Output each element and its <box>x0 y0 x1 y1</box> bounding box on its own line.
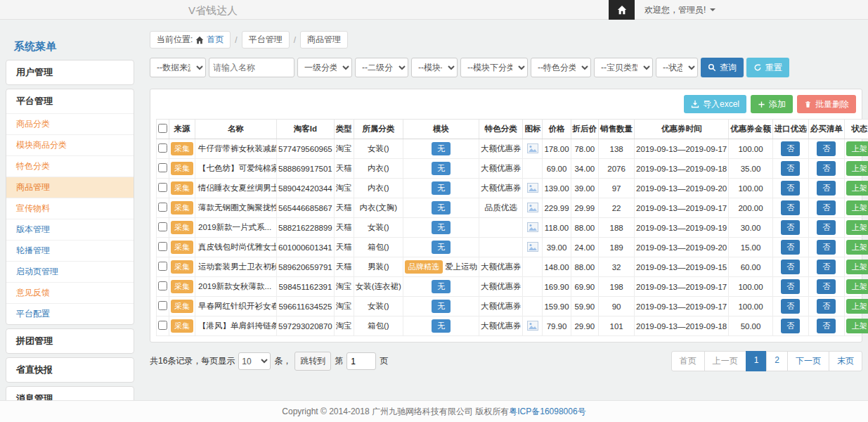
breadcrumb-home-link[interactable]: 首页 <box>207 34 224 46</box>
sidebar-item[interactable]: 省直快报 <box>6 358 134 382</box>
breadcrumb-prefix: 当前位置: <box>157 34 193 46</box>
feature-category-select[interactable]: --特色分类-- <box>531 58 591 77</box>
must-buy-toggle[interactable]: 否 <box>817 141 836 156</box>
source-badge: 采集 <box>171 319 193 333</box>
import-select-toggle[interactable]: 否 <box>781 181 800 196</box>
column-header: 状态 <box>844 120 868 139</box>
sidebar-subitem[interactable]: 宣传物料 <box>6 198 134 219</box>
status-toggle[interactable]: 上架 <box>846 200 868 215</box>
import-select-toggle[interactable]: 否 <box>781 279 800 294</box>
level1-category-select[interactable]: 一级分类 <box>297 58 352 77</box>
column-header: 价格 <box>543 120 571 139</box>
batch-delete-button[interactable]: 批量删除 <box>797 95 856 113</box>
must-buy-toggle[interactable]: 否 <box>817 299 836 314</box>
sidebar-subitem[interactable]: 启动页管理 <box>6 261 134 282</box>
sidebar-subitem[interactable]: 轮播管理 <box>6 240 134 261</box>
breadcrumb: 当前位置: 首页 / 平台管理 / 商品管理 <box>150 31 862 49</box>
goods-category: 内衣() <box>354 179 403 198</box>
status-toggle[interactable]: 上架 <box>846 279 868 294</box>
user-menu[interactable]: 欢迎您，管理员! <box>635 0 725 20</box>
must-buy-toggle[interactable]: 否 <box>817 319 836 333</box>
sidebar-subitem-active[interactable]: 商品管理 <box>6 177 134 198</box>
sidebar-subitem[interactable]: 模块商品分类 <box>6 134 134 155</box>
sidebar-item[interactable]: 用户管理 <box>6 60 134 84</box>
must-buy-toggle[interactable]: 否 <box>817 240 836 255</box>
module-sub-select[interactable]: --模块下分类-- <box>460 58 528 77</box>
jump-post-text: 页 <box>380 355 388 367</box>
row-checkbox[interactable] <box>158 143 167 153</box>
import-select-toggle[interactable]: 否 <box>781 260 800 274</box>
sales-count: 101 <box>599 316 635 336</box>
page-button[interactable]: 首页 <box>671 351 705 371</box>
sidebar-group: 省直快报 <box>6 357 134 383</box>
page-button[interactable]: 末页 <box>829 351 862 371</box>
must-buy-toggle[interactable]: 否 <box>817 161 836 176</box>
must-buy-toggle[interactable]: 否 <box>817 220 836 235</box>
search-button[interactable]: 查询 <box>701 58 744 77</box>
must-buy-toggle[interactable]: 否 <box>817 260 836 274</box>
sidebar-subitem[interactable]: 意见反馈 <box>6 282 134 303</box>
goods-type: 淘宝 <box>334 139 354 159</box>
row-checkbox[interactable] <box>158 242 167 251</box>
row-checkbox[interactable] <box>158 262 167 271</box>
per-page-select[interactable]: 10 <box>238 352 271 370</box>
icp-link[interactable]: 粤ICP备16098006号 <box>509 406 585 418</box>
name-input[interactable] <box>209 58 294 77</box>
status-toggle[interactable]: 上架 <box>846 260 868 274</box>
goods-image-icon <box>527 183 538 193</box>
page-button[interactable]: 上一页 <box>704 351 746 371</box>
item-type-select[interactable]: --宝贝类型-- <box>594 58 653 77</box>
import-select-toggle[interactable]: 否 <box>781 319 800 333</box>
import-select-toggle[interactable]: 否 <box>781 200 800 215</box>
page-button[interactable]: 下一页 <box>787 351 829 371</box>
page-button[interactable]: 1 <box>746 351 767 371</box>
import-select-toggle[interactable]: 否 <box>781 240 800 255</box>
import-excel-button[interactable]: 导入excel <box>684 95 746 113</box>
status-toggle[interactable]: 上架 <box>846 161 868 176</box>
taoke-id: 589042420344 <box>277 179 335 198</box>
import-select-toggle[interactable]: 否 <box>781 299 800 314</box>
module-select[interactable]: --模块-- <box>411 58 458 77</box>
search-icon <box>708 63 716 72</box>
coupon-amount: 100.00 <box>729 179 773 198</box>
row-checkbox[interactable] <box>158 281 167 290</box>
sidebar-subitem[interactable]: 平台配置 <box>6 303 134 324</box>
jump-page-input[interactable] <box>346 352 376 370</box>
row-checkbox[interactable] <box>158 321 167 330</box>
sidebar-item[interactable]: 拼团管理 <box>6 329 134 353</box>
data-source-select[interactable]: --数据来源-- <box>150 58 206 77</box>
status-toggle[interactable]: 上架 <box>846 240 868 255</box>
home-button[interactable] <box>609 0 635 20</box>
sidebar-item[interactable]: 平台管理 <box>6 89 134 113</box>
level2-category-select[interactable]: --二级分类-- <box>355 58 408 77</box>
row-checkbox[interactable] <box>158 183 167 192</box>
sidebar-subitem[interactable]: 版本管理 <box>6 219 134 240</box>
import-select-toggle[interactable]: 否 <box>781 220 800 235</box>
must-buy-toggle[interactable]: 否 <box>817 181 836 196</box>
row-checkbox[interactable] <box>158 222 167 231</box>
discount-price: 39.00 <box>571 179 599 198</box>
price: 79.90 <box>543 316 571 336</box>
row-checkbox[interactable] <box>158 163 167 172</box>
status-toggle[interactable]: 上架 <box>846 319 868 333</box>
status-toggle[interactable]: 上架 <box>846 299 868 314</box>
select-all-checkbox[interactable] <box>158 124 167 133</box>
status-toggle[interactable]: 上架 <box>846 181 868 196</box>
must-buy-toggle[interactable]: 否 <box>817 279 836 294</box>
must-buy-toggle[interactable]: 否 <box>817 200 836 215</box>
pager: 首页上一页12下一页末页 <box>671 351 862 371</box>
reset-button[interactable]: 重置 <box>746 58 789 77</box>
discount-price: 29.90 <box>571 316 599 336</box>
status-toggle[interactable]: 上架 <box>846 220 868 235</box>
import-select-toggle[interactable]: 否 <box>781 161 800 176</box>
page-button[interactable]: 2 <box>766 351 788 371</box>
sidebar-subitem[interactable]: 商品分类 <box>6 113 134 134</box>
status-select[interactable]: --状态-- <box>656 58 698 77</box>
row-checkbox[interactable] <box>158 203 167 212</box>
row-checkbox[interactable] <box>158 301 167 310</box>
status-toggle[interactable]: 上架 <box>846 141 868 156</box>
import-select-toggle[interactable]: 否 <box>781 141 800 156</box>
sidebar-subitem[interactable]: 特色分类 <box>6 155 134 177</box>
add-button[interactable]: 添加 <box>751 95 793 113</box>
jump-button[interactable]: 跳转到 <box>294 352 331 371</box>
